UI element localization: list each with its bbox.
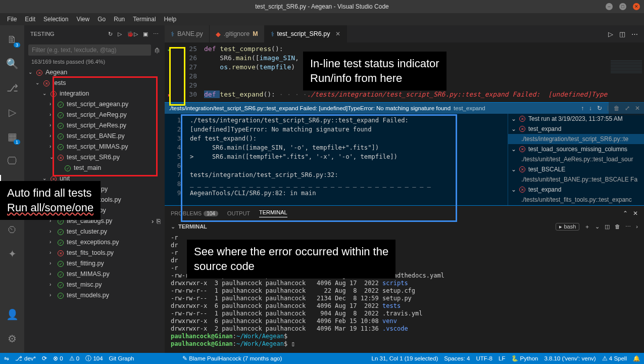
- activity-extensions[interactable]: ▦1: [0, 126, 24, 147]
- window-title: test_script_SR6.py - Aegean - Visual Stu…: [255, 3, 389, 10]
- terminal-header-label: TERMINAL: [178, 223, 207, 230]
- activity-remote[interactable]: 🖵: [0, 151, 24, 171]
- menu-terminal[interactable]: Terminal: [130, 15, 159, 24]
- status-git-graph[interactable]: Git Graph: [109, 355, 134, 361]
- sidebar-title: TESTING: [30, 31, 55, 37]
- terminal-dropdown-icon[interactable]: ⌄: [595, 223, 600, 231]
- status-sync[interactable]: ⟳: [42, 355, 47, 362]
- status-remote[interactable]: ⇋: [4, 355, 9, 362]
- tree-item[interactable]: ›✓test_cluster.py: [24, 226, 165, 237]
- menu-file[interactable]: File: [4, 15, 20, 24]
- terminal-new-icon[interactable]: ＋: [584, 223, 590, 231]
- activity-accounts[interactable]: 👤: [0, 304, 24, 325]
- tree-item[interactable]: ›✓test_fitting.py: [24, 258, 165, 268]
- status-spaces[interactable]: Spaces: 4: [444, 355, 470, 361]
- activity-source-control[interactable]: ⎇: [0, 78, 24, 98]
- show-output-icon[interactable]: ▣: [143, 31, 148, 37]
- minimap[interactable]: [609, 60, 644, 115]
- terminal-kill-icon[interactable]: 🗑: [615, 223, 620, 231]
- menu-help[interactable]: Help: [161, 15, 180, 24]
- editor-tabs: ⚕ BANE.py ◆ .gitignore M⚕ test_script_SR…: [165, 25, 644, 42]
- status-interpreter[interactable]: 3.8.10 ('venv': venv): [544, 355, 596, 361]
- terminal-overflow-icon[interactable]: ›: [636, 223, 638, 231]
- split-editor-icon[interactable]: ◫: [619, 30, 625, 38]
- activity-live-share[interactable]: ⏲: [0, 219, 24, 240]
- panel-close-icon[interactable]: ✕: [633, 210, 638, 217]
- tree-item[interactable]: ›✓test_misc.py: [24, 279, 165, 290]
- status-eol[interactable]: LF: [499, 355, 505, 361]
- peek-side-item[interactable]: ⌄ ✕ test_load_sources_missing_columns: [508, 144, 644, 154]
- peek-side-item[interactable]: ./tests/unit/test_BANE.py::test_BSCALE F…: [508, 174, 644, 185]
- menu-selection[interactable]: Selection: [40, 15, 71, 24]
- peek-header-tag: test_expand: [454, 105, 485, 111]
- menu-view[interactable]: View: [73, 15, 92, 24]
- editor-tab[interactable]: ⚕ test_script_SR6.py ✕: [265, 25, 347, 42]
- status-spell[interactable]: ⚠ 4 Spell: [602, 355, 627, 362]
- menu-edit[interactable]: Edit: [22, 15, 38, 24]
- refresh-icon[interactable]: ↻: [108, 31, 113, 37]
- terminal-shell-pill[interactable]: ▸ bash: [556, 223, 579, 231]
- peek-rerun-icon[interactable]: ↻: [597, 105, 602, 112]
- editor-tab[interactable]: ◆ .gitignore M: [210, 25, 265, 42]
- activity-search[interactable]: 🔍: [0, 54, 24, 74]
- peek-side-item[interactable]: ⌄ ✕ test_expand: [508, 124, 644, 134]
- test-filter-input[interactable]: [28, 44, 151, 56]
- test-summary: 163/169 tests passed (96.4%): [24, 58, 165, 66]
- filter-icon[interactable]: ⫛: [154, 47, 161, 54]
- peek-header-text: ./tests/integration/test_script_SR6.py::…: [169, 105, 451, 111]
- run-file-icon[interactable]: ▷: [608, 30, 613, 38]
- status-info[interactable]: ⓘ 104: [85, 355, 103, 362]
- annotation-blue-box: [181, 114, 457, 222]
- annotation-red-box: [53, 76, 158, 176]
- terminal-split-icon[interactable]: ◫: [605, 223, 610, 231]
- terminal-more-icon[interactable]: ⋯: [625, 223, 631, 231]
- peek-prev-icon[interactable]: ↑: [581, 105, 584, 112]
- close-icon[interactable]: ✕: [335, 30, 340, 37]
- status-warnings[interactable]: ⚠ 0: [69, 355, 80, 362]
- debug-all-icon[interactable]: 🐞▷: [127, 31, 138, 37]
- activity-run-debug[interactable]: ▷: [0, 102, 24, 122]
- tree-item[interactable]: ›✓test_exceptions.py: [24, 237, 165, 247]
- peek-side-item[interactable]: ⌄ ✕ test_BSCALE: [508, 164, 644, 174]
- peek-next-icon[interactable]: ↓: [589, 105, 592, 112]
- annotation-top-right: In-line test status indicator Run/info f…: [303, 52, 447, 90]
- more-icon[interactable]: ⋯: [153, 31, 159, 37]
- peek-side-item[interactable]: ⌄ ✕ test_expand: [508, 185, 644, 195]
- status-encoding[interactable]: UTF-8: [476, 355, 492, 361]
- peek-side-item[interactable]: ./tests/unit/test_fits_tools.py::test_ex…: [508, 195, 644, 205]
- editor-more-icon[interactable]: ⋯: [631, 30, 638, 38]
- run-all-icon[interactable]: ▷: [118, 31, 122, 37]
- terminal-header: ⌄ TERMINAL ▸ bash ＋ ⌄ ◫ 🗑 ⋯ ›: [165, 221, 644, 232]
- activity-explorer[interactable]: 🗎3: [0, 29, 24, 50]
- chevron-down-icon[interactable]: ⌄: [171, 223, 175, 230]
- tree-item[interactable]: ›✕test_fits_tools.py: [24, 247, 165, 258]
- chevron-right-icon[interactable]: ›: [152, 217, 154, 225]
- status-branch[interactable]: ⎇ dev*: [15, 355, 36, 362]
- peek-side-item[interactable]: ./tests/integration/test_script_SR6.py::…: [508, 134, 644, 144]
- tree-item[interactable]: ›✓test_MIMAS.py: [24, 268, 165, 279]
- menu-bar: FileEditSelectionViewGoRunTerminalHelp: [0, 13, 644, 25]
- sidebar-overflow-actions[interactable]: › ⎘: [152, 217, 161, 225]
- annotation-bottom: See where the error occurred within the …: [187, 240, 395, 279]
- window-close[interactable]: ✕: [633, 3, 640, 10]
- tree-item[interactable]: ›✓test_models.py: [24, 290, 165, 300]
- panel-maximize-icon[interactable]: ⌃: [623, 210, 628, 217]
- copy-icon[interactable]: ⎘: [157, 217, 161, 225]
- window-maximize[interactable]: □: [619, 3, 626, 10]
- status-language[interactable]: 🐍 Python: [511, 355, 538, 362]
- peek-side-item[interactable]: ./tests/unit/test_AeRes.py::test_load_so…: [508, 154, 644, 164]
- window-minimize[interactable]: –: [606, 3, 613, 10]
- status-cursor[interactable]: Ln 31, Col 1 (19 selected): [372, 355, 438, 361]
- activity-settings[interactable]: ⚙: [0, 329, 24, 349]
- editor-tab[interactable]: ⚕ BANE.py: [165, 25, 210, 42]
- status-errors[interactable]: ⊗ 0: [53, 355, 63, 362]
- title-bar: test_script_SR6.py - Aegean - Visual Stu…: [0, 0, 644, 13]
- status-bar: ⇋ ⎇ dev* ⟳ ⊗ 0 ⚠ 0 ⓘ 104 Git Graph ✎ Bla…: [0, 353, 644, 364]
- activity-other[interactable]: ✦: [0, 244, 24, 264]
- peek-side-list[interactable]: ⌄ ✕ Test run at 3/19/2023, 11:37:55 AM⌄ …: [508, 114, 644, 205]
- status-notifications[interactable]: 🔔: [633, 355, 640, 362]
- status-blame[interactable]: ✎ Blame PaulHancock (7 months ago): [182, 355, 282, 362]
- tree-item[interactable]: ⌄✕Aegean: [24, 67, 165, 77]
- menu-run[interactable]: Run: [111, 15, 128, 24]
- menu-go[interactable]: Go: [94, 15, 109, 24]
